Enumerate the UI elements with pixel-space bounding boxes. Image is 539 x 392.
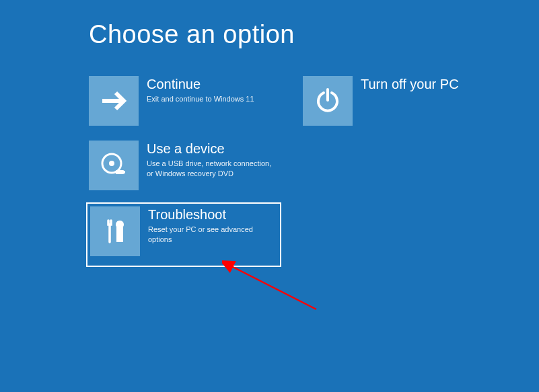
option-use-device-subtitle: Use a USB drive, network connection, or … xyxy=(147,159,279,179)
option-turn-off-title: Turn off your PC xyxy=(361,76,459,92)
option-turn-off[interactable]: Turn off your PC xyxy=(300,73,495,128)
options-list: Continue Exit and continue to Windows 11… xyxy=(0,49,539,267)
page-title: Choose an option xyxy=(0,0,539,49)
option-use-device-text: Use a device Use a USB drive, network co… xyxy=(139,141,279,179)
option-troubleshoot-subtitle: Reset your PC or see advanced options xyxy=(148,225,277,245)
option-row-2: Use a device Use a USB drive, network co… xyxy=(86,138,539,193)
svg-line-5 xyxy=(230,266,316,309)
option-troubleshoot[interactable]: Troubleshoot Reset your PC or see advanc… xyxy=(86,202,281,267)
option-continue-title: Continue xyxy=(147,76,254,92)
option-turn-off-text: Turn off your PC xyxy=(353,76,459,94)
option-use-device-title: Use a device xyxy=(147,141,279,157)
svg-rect-3 xyxy=(122,171,125,173)
annotation-arrow xyxy=(222,259,330,326)
option-use-device[interactable]: Use a device Use a USB drive, network co… xyxy=(86,138,281,193)
option-continue[interactable]: Continue Exit and continue to Windows 11 xyxy=(86,73,281,128)
option-row-3: Troubleshoot Reset your PC or see advanc… xyxy=(86,202,539,267)
option-row-1: Continue Exit and continue to Windows 11… xyxy=(86,73,539,128)
option-continue-subtitle: Exit and continue to Windows 11 xyxy=(147,94,254,104)
disc-usb-icon xyxy=(89,141,139,190)
option-continue-text: Continue Exit and continue to Windows 11 xyxy=(139,76,254,104)
power-icon xyxy=(303,76,353,126)
arrow-right-icon xyxy=(89,76,139,126)
tools-icon xyxy=(90,206,140,256)
option-troubleshoot-text: Troubleshoot Reset your PC or see advanc… xyxy=(140,206,277,245)
option-troubleshoot-title: Troubleshoot xyxy=(148,206,277,223)
svg-point-1 xyxy=(109,161,114,166)
